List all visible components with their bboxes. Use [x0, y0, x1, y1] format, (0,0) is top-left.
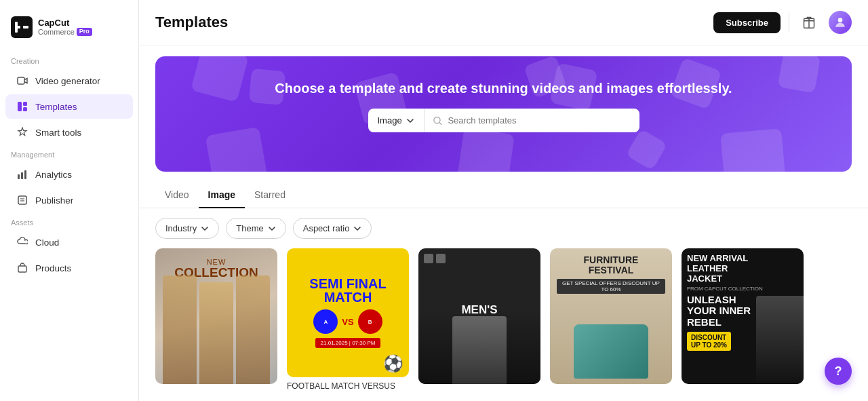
template-card-jacket[interactable]: NEW ARRIVALLEATHERJACKET FROM CAPCUT COL… — [682, 248, 804, 390]
chevron-down-icon — [406, 117, 414, 125]
user-icon — [833, 16, 847, 29]
svg-rect-2 — [23, 26, 28, 28]
svg-rect-0 — [11, 16, 33, 38]
template-label-football: FOOTBALL MATCH VERSUS — [287, 381, 409, 390]
template-thumb-fashion: NEW COLLECTION — [155, 248, 277, 384]
section-assets: Assets — [0, 213, 138, 229]
sidebar-item-products[interactable]: Products — [5, 256, 133, 280]
template-thumb-jacket: NEW ARRIVALLEATHERJACKET FROM CAPCUT COL… — [682, 248, 804, 384]
gift-icon — [802, 16, 816, 29]
publisher-icon — [16, 194, 28, 206]
template-thumb-furniture: FURNITUREFESTIVAL GET SPECIAL OFFERS DIS… — [550, 248, 672, 384]
logo-sub: Commerce Pro — [38, 28, 92, 36]
subscribe-button[interactable]: Subscribe — [713, 12, 781, 33]
banner: Choose a template and create stunning vi… — [155, 56, 852, 172]
chevron-down-icon — [201, 225, 209, 233]
top-bar: Templates Subscribe — [139, 0, 868, 45]
filters-row: Industry Theme Aspect ratio — [139, 208, 868, 248]
svg-rect-11 — [18, 196, 26, 204]
sidebar-item-analytics-label: Analytics — [35, 170, 72, 180]
gift-button[interactable] — [797, 11, 821, 34]
tab-image[interactable]: Image — [199, 183, 245, 208]
sidebar-item-cloud-label: Cloud — [35, 237, 59, 248]
svg-rect-6 — [23, 102, 27, 106]
sidebar-item-smart-tools-label: Smart tools — [35, 128, 81, 138]
sidebar-item-cloud[interactable]: Cloud — [5, 230, 133, 254]
sidebar-item-video-generator-label: Video generator — [35, 76, 100, 86]
sidebar-item-publisher[interactable]: Publisher — [5, 188, 133, 212]
logo: CapCut Commerce Pro — [0, 11, 138, 52]
logo-text: CapCut Commerce Pro — [38, 18, 92, 36]
sidebar-item-video-generator[interactable]: Video generator — [5, 69, 133, 93]
video-generator-icon — [16, 75, 28, 87]
sidebar: CapCut Commerce Pro Creation Video gener… — [0, 0, 139, 401]
page-title: Templates — [155, 14, 228, 31]
svg-rect-5 — [18, 102, 22, 111]
smart-tools-icon — [16, 126, 28, 138]
chevron-down-icon — [353, 225, 361, 233]
search-input[interactable] — [448, 115, 631, 126]
help-button[interactable]: ? — [825, 358, 852, 385]
template-card-football[interactable]: SEMI FINALMATCH A VS B 21.01.2025 | 07:3… — [287, 248, 409, 390]
tabs-row: Video Image Starred — [139, 183, 868, 208]
svg-rect-3 — [15, 22, 18, 33]
sidebar-item-publisher-label: Publisher — [35, 195, 73, 206]
svg-rect-8 — [18, 174, 20, 179]
logo-main: CapCut — [38, 18, 92, 28]
sidebar-item-analytics[interactable]: Analytics — [5, 162, 133, 187]
svg-rect-14 — [18, 266, 26, 272]
analytics-icon — [16, 168, 28, 180]
main-content: Templates Subscribe Choose a t — [139, 0, 868, 401]
filter-industry[interactable]: Industry — [155, 218, 219, 239]
search-bar: Image — [368, 109, 639, 132]
cloud-icon — [16, 236, 28, 248]
template-card-mens[interactable]: MEN'SFASHIONSALE — [418, 248, 540, 390]
template-thumb-mens: MEN'SFASHIONSALE — [418, 248, 540, 384]
search-type-label: Image — [378, 115, 402, 126]
templates-grid: NEW COLLECTION SEMI FINALMATCH A VS B — [139, 248, 868, 401]
search-type-button[interactable]: Image — [368, 109, 425, 132]
svg-rect-4 — [18, 77, 24, 84]
template-card-fashion[interactable]: NEW COLLECTION — [155, 248, 277, 390]
search-input-wrap — [425, 115, 639, 126]
avatar[interactable] — [829, 11, 852, 34]
search-icon — [433, 115, 443, 126]
filter-theme[interactable]: Theme — [226, 218, 285, 239]
template-card-furniture[interactable]: FURNITUREFESTIVAL GET SPECIAL OFFERS DIS… — [550, 248, 672, 390]
filter-aspect-ratio[interactable]: Aspect ratio — [293, 218, 372, 239]
banner-title: Choose a template and create stunning vi… — [275, 81, 732, 96]
sidebar-item-products-label: Products — [35, 263, 71, 273]
svg-rect-10 — [24, 170, 26, 179]
svg-rect-7 — [23, 107, 27, 111]
pro-badge: Pro — [77, 28, 92, 36]
template-thumb-football: SEMI FINALMATCH A VS B 21.01.2025 | 07:3… — [287, 248, 409, 377]
top-actions: Subscribe — [713, 11, 852, 34]
section-creation: Creation — [0, 52, 138, 68]
tab-video[interactable]: Video — [155, 183, 199, 208]
capcut-logo-icon — [11, 16, 33, 38]
sidebar-item-templates-label: Templates — [35, 102, 77, 112]
svg-point-17 — [838, 18, 843, 22]
sidebar-item-smart-tools[interactable]: Smart tools — [5, 120, 133, 145]
templates-icon — [16, 100, 28, 113]
divider — [789, 13, 789, 32]
products-icon — [16, 262, 28, 274]
help-icon: ? — [835, 364, 842, 379]
chevron-down-icon — [268, 225, 276, 233]
sidebar-item-templates[interactable]: Templates — [5, 94, 133, 119]
section-management: Management — [0, 145, 138, 161]
tab-starred[interactable]: Starred — [245, 183, 295, 208]
svg-rect-9 — [21, 172, 23, 179]
